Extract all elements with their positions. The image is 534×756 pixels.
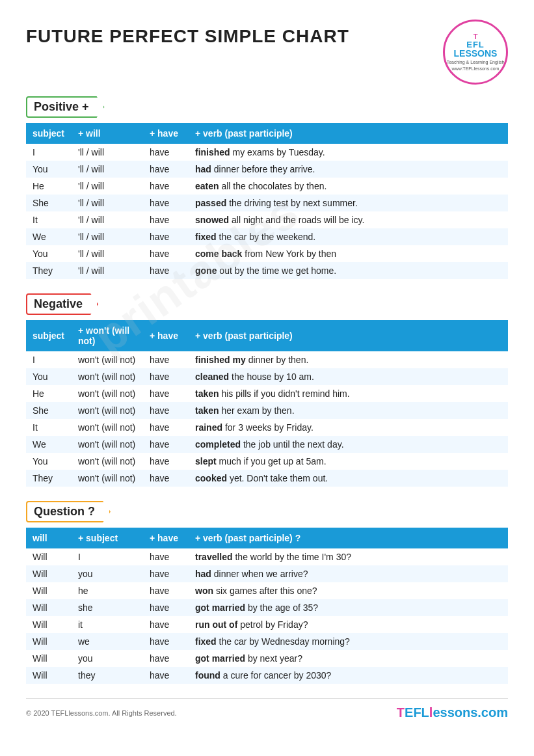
th-q-subject: + subject	[72, 528, 143, 548]
table-cell: have	[143, 368, 189, 385]
table-cell: He	[26, 385, 72, 402]
table-cell: have	[143, 667, 189, 684]
table-cell: got married by the age of 35?	[189, 599, 508, 616]
table-cell: have	[143, 178, 189, 195]
table-cell: slept much if you get up at 5am.	[189, 453, 508, 470]
table-row: WillIhavetravelled the world by the time…	[26, 548, 508, 565]
table-row: He'll / willhaveeaten all the chocolates…	[26, 178, 508, 195]
table-cell: have	[143, 402, 189, 419]
negative-table: subject + won't (will not) + have + verb…	[26, 320, 508, 487]
table-cell: taken her exam by then.	[189, 402, 508, 419]
table-row: We'll / willhavefixed the car by the wee…	[26, 228, 508, 245]
table-cell: won't (will not)	[72, 351, 143, 368]
table-cell: Will	[26, 582, 72, 599]
table-cell: taken his pills if you didn't remind him…	[189, 385, 508, 402]
table-row: Itwon't (will not)haverained for 3 weeks…	[26, 419, 508, 436]
table-row: Youwon't (will not)havecleaned the house…	[26, 368, 508, 385]
table-cell: won't (will not)	[72, 385, 143, 402]
question-section: Question ? will + subject + have + verb …	[26, 501, 508, 684]
table-cell: they	[72, 667, 143, 684]
table-cell: fixed the car by the weekend.	[189, 228, 508, 245]
negative-label: Negative	[26, 293, 98, 315]
table-row: Willtheyhavefound a cure for cancer by 2…	[26, 667, 508, 684]
table-cell: have	[143, 650, 189, 667]
table-row: Willwehavefixed the car by Wednesday mor…	[26, 633, 508, 650]
table-cell: We	[26, 228, 72, 245]
table-cell: snowed all night and the roads will be i…	[189, 211, 508, 228]
th-verb: + verb (past participle)	[189, 123, 508, 144]
table-cell: 'll / will	[72, 262, 143, 279]
table-row: Wewon't (will not)havecompleted the job …	[26, 436, 508, 453]
table-cell: 'll / will	[72, 178, 143, 195]
table-cell: come back from New York by then	[189, 245, 508, 262]
question-label: Question ?	[26, 501, 111, 522]
table-cell: have	[143, 385, 189, 402]
positive-header-row: subject + will + have + verb (past parti…	[26, 123, 508, 144]
table-cell: Will	[26, 616, 72, 633]
table-cell: She	[26, 195, 72, 211]
table-cell: I	[26, 144, 72, 161]
table-cell: 'll / will	[72, 245, 143, 262]
table-cell: You	[26, 453, 72, 470]
table-cell: have	[143, 161, 189, 178]
table-cell: It	[26, 419, 72, 436]
table-cell: They	[26, 262, 72, 279]
table-cell: Will	[26, 565, 72, 582]
page-header: FUTURE PERFECT SIMPLE CHART T EFL LESSON…	[26, 20, 508, 85]
table-cell: We	[26, 436, 72, 453]
th-will: + will	[72, 123, 143, 144]
table-cell: eaten all the chocolates by then.	[189, 178, 508, 195]
table-cell: They	[26, 470, 72, 487]
th-neg-wont: + won't (will not)	[72, 320, 143, 351]
table-cell: won't (will not)	[72, 419, 143, 436]
table-cell: cooked yet. Don't take them out.	[189, 470, 508, 487]
th-have: + have	[143, 123, 189, 144]
table-cell: You	[26, 245, 72, 262]
table-cell: he	[72, 582, 143, 599]
table-cell: Will	[26, 548, 72, 565]
table-cell: have	[143, 633, 189, 650]
table-cell: Will	[26, 599, 72, 616]
page-footer: © 2020 TEFLlessons.com. All Rights Reser…	[26, 698, 508, 720]
table-cell: gone out by the time we get home.	[189, 262, 508, 279]
table-cell: She	[26, 402, 72, 419]
table-cell: got married by next year?	[189, 650, 508, 667]
table-cell: Will	[26, 633, 72, 650]
table-cell: 'll / will	[72, 195, 143, 211]
table-cell: I	[72, 548, 143, 565]
table-cell: had dinner when we arrive?	[189, 565, 508, 582]
table-cell: have	[143, 436, 189, 453]
logo-subtitle: Teaching & Learning Englishwww.TEFLlesso…	[447, 59, 505, 71]
logo-lessons: LESSONS	[454, 49, 498, 58]
table-cell: have	[143, 262, 189, 279]
table-row: She'll / willhavepassed the driving test…	[26, 195, 508, 211]
table-cell: won't (will not)	[72, 470, 143, 487]
table-cell: won't (will not)	[72, 453, 143, 470]
table-cell: cleaned the house by 10 am.	[189, 368, 508, 385]
logo: T EFL LESSONS Teaching & Learning Englis…	[443, 20, 508, 85]
table-row: Youwon't (will not)haveslept much if you…	[26, 453, 508, 470]
table-row: Iwon't (will not)havefinished my dinner …	[26, 351, 508, 368]
table-cell: you	[72, 650, 143, 667]
table-cell: it	[72, 616, 143, 633]
table-cell: have	[143, 565, 189, 582]
table-cell: won't (will not)	[72, 368, 143, 385]
table-cell: have	[143, 599, 189, 616]
table-cell: passed the driving test by next summer.	[189, 195, 508, 211]
table-row: You'll / willhavehad dinner before they …	[26, 161, 508, 178]
table-cell: You	[26, 161, 72, 178]
table-cell: 'll / will	[72, 211, 143, 228]
th-neg-verb: + verb (past participle)	[189, 320, 508, 351]
table-row: Willyouhavegot married by next year?	[26, 650, 508, 667]
table-cell: have	[143, 144, 189, 161]
th-q-have: + have	[143, 528, 189, 548]
table-cell: she	[72, 599, 143, 616]
table-cell: have	[143, 548, 189, 565]
table-cell: won't (will not)	[72, 436, 143, 453]
table-cell: we	[72, 633, 143, 650]
table-row: You'll / willhavecome back from New York…	[26, 245, 508, 262]
table-cell: won't (will not)	[72, 402, 143, 419]
table-row: Hewon't (will not)havetaken his pills if…	[26, 385, 508, 402]
table-cell: found a cure for cancer by 2030?	[189, 667, 508, 684]
table-cell: 'll / will	[72, 144, 143, 161]
